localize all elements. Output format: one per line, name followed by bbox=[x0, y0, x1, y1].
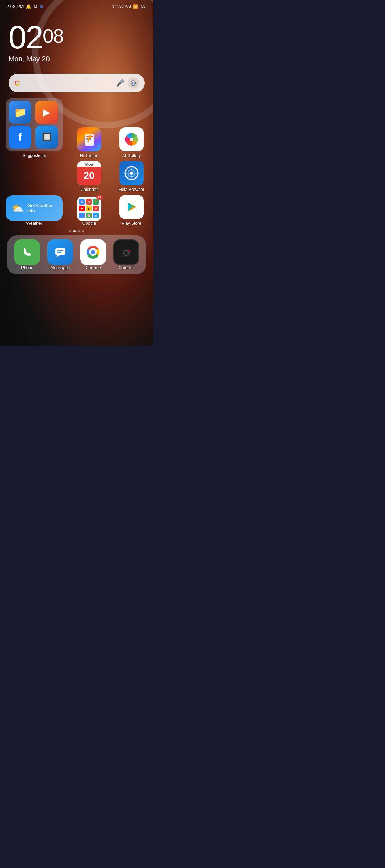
suggestions-folder[interactable]: 📁 ▶ f 🔲 Suggestions bbox=[6, 98, 63, 158]
google-folder-icon: G M 📍 ▶ ▲ ◉ □ 🌸 ▦ bbox=[77, 197, 101, 221]
clock-area: 0208 Mon, May 20 bbox=[0, 11, 153, 67]
chrome-dock-item[interactable]: Chrome bbox=[77, 239, 109, 270]
mini-maps: 📍 bbox=[93, 199, 99, 205]
camera-dock-item[interactable]: Camera bbox=[110, 239, 142, 270]
files-icon: 📁 bbox=[9, 101, 31, 124]
bottom-dock: Phone Messages bbox=[7, 235, 146, 274]
calendar-label: Calendar bbox=[81, 187, 98, 192]
calendar-date: 20 bbox=[77, 167, 101, 185]
svg-point-1 bbox=[132, 82, 134, 84]
dot-2 bbox=[73, 230, 76, 232]
svg-point-0 bbox=[131, 81, 136, 86]
svg-rect-21 bbox=[57, 252, 61, 253]
google-icon: G bbox=[39, 4, 43, 9]
google-folder-wrapper: G M 📍 ▶ ▲ ◉ □ 🌸 ▦ 11 bbox=[77, 197, 101, 221]
mini-app2: □ bbox=[79, 213, 85, 218]
wifi-icon: 📶 bbox=[133, 4, 138, 9]
weather-app[interactable]: ⛅ Get weather info Weather bbox=[6, 195, 63, 226]
play-store-label: Play Store bbox=[122, 221, 141, 226]
mini-app3: ▦ bbox=[93, 213, 99, 218]
google-lens-icon[interactable] bbox=[128, 77, 139, 89]
weather-text: Get weather info bbox=[27, 203, 57, 213]
dot-1 bbox=[69, 230, 71, 232]
svg-rect-30 bbox=[124, 248, 127, 250]
weather-label: Weather bbox=[26, 221, 42, 226]
status-time: 2:08 PM bbox=[6, 4, 24, 9]
nfc-icon: N bbox=[112, 4, 114, 9]
messages-icon bbox=[47, 239, 73, 265]
hi-theme-label: Hi Theme bbox=[80, 153, 98, 158]
svg-point-29 bbox=[129, 250, 130, 252]
mini-youtube: ▶ bbox=[79, 206, 85, 211]
status-bar: 2:08 PM 🔔 M G N 7.38 K/S 📶 53 bbox=[0, 0, 153, 11]
dot-4 bbox=[82, 230, 84, 232]
mini-drive: ▲ bbox=[86, 206, 92, 211]
mini-google: G bbox=[79, 199, 85, 205]
camera-icon bbox=[113, 239, 139, 265]
apps-row-1: 📁 ▶ f 🔲 Suggestions Hi Theme bbox=[0, 98, 153, 158]
svg-point-28 bbox=[125, 252, 127, 254]
suggestions-label: Suggestions bbox=[22, 153, 46, 158]
apps-row-3: ⛅ Get weather info Weather G M 📍 ▶ ▲ ◉ □… bbox=[0, 195, 153, 226]
hola-browser-label: Hola Browser bbox=[119, 187, 144, 192]
google-label: Google bbox=[82, 221, 96, 226]
mini-app1: ◉ bbox=[93, 206, 99, 211]
calendar-app[interactable]: Mon 20 Calendar bbox=[73, 161, 105, 192]
clock-date: Mon, May 20 bbox=[9, 55, 145, 63]
hola-browser-app[interactable]: Hola Browser bbox=[115, 161, 148, 192]
folder-icons: 📁 ▶ f 🔲 bbox=[6, 98, 63, 151]
google-logo: G bbox=[14, 79, 20, 87]
play-store-icon bbox=[119, 195, 144, 219]
hola-browser-icon bbox=[119, 161, 144, 185]
svg-point-24 bbox=[91, 250, 95, 254]
fenix-icon: 🔲 bbox=[35, 126, 58, 149]
svg-rect-18 bbox=[55, 248, 65, 255]
mini-gmail: M bbox=[86, 199, 92, 205]
svg-rect-20 bbox=[57, 250, 63, 251]
google-badge: 11 bbox=[96, 195, 103, 200]
clock-minute: 08 bbox=[43, 26, 63, 46]
phone-label: Phone bbox=[21, 265, 34, 270]
svg-marker-19 bbox=[56, 255, 60, 257]
hi-theme-app[interactable]: Hi Theme bbox=[73, 127, 105, 158]
phone-dock-item[interactable]: Phone bbox=[11, 239, 43, 270]
notification-icon: 🔔 bbox=[26, 4, 31, 9]
hi-theme-icon bbox=[77, 127, 101, 151]
clock-hour: 02 bbox=[9, 20, 43, 55]
chrome-icon bbox=[80, 239, 106, 265]
microphone-icon[interactable]: 🎤 bbox=[116, 79, 124, 87]
messages-label: Messages bbox=[50, 265, 70, 270]
camera-label: Camera bbox=[118, 265, 134, 270]
calendar-icon: Mon 20 bbox=[77, 161, 101, 185]
mail-icon: M bbox=[34, 4, 37, 9]
messages-dock-item[interactable]: Messages bbox=[44, 239, 76, 270]
play-store-app[interactable]: Play Store bbox=[115, 195, 148, 226]
clock-time: 0208 bbox=[9, 21, 145, 53]
ai-gallery-label: AI Gallery bbox=[122, 153, 141, 158]
mini-photos: 🌸 bbox=[86, 213, 92, 218]
search-bar[interactable]: G 🎤 bbox=[9, 74, 145, 92]
ai-gallery-app[interactable]: AI Gallery bbox=[115, 127, 148, 158]
battery: 53 bbox=[140, 4, 147, 9]
facebook-icon: f bbox=[9, 126, 31, 149]
phone-icon bbox=[14, 239, 40, 265]
svg-point-10 bbox=[130, 138, 133, 141]
apps-row-2: Mon 20 Calendar Hola Browser bbox=[0, 161, 153, 192]
google-folder-app[interactable]: G M 📍 ▶ ▲ ◉ □ 🌸 ▦ 11 Google bbox=[73, 197, 105, 226]
ai-gallery-icon bbox=[119, 127, 144, 151]
page-dots bbox=[0, 230, 153, 232]
status-right: N 7.38 K/S 📶 53 bbox=[112, 4, 147, 9]
calendar-day: Mon bbox=[77, 161, 101, 167]
video-player-icon: ▶ bbox=[35, 101, 58, 124]
dot-3 bbox=[78, 230, 80, 232]
weather-cloud-icon: ⛅ bbox=[11, 202, 24, 214]
weather-widget[interactable]: ⛅ Get weather info bbox=[6, 195, 63, 221]
chrome-label: Chrome bbox=[86, 265, 101, 270]
network-speed: 7.38 K/S bbox=[116, 4, 131, 9]
status-left: 2:08 PM 🔔 M G bbox=[6, 4, 43, 9]
